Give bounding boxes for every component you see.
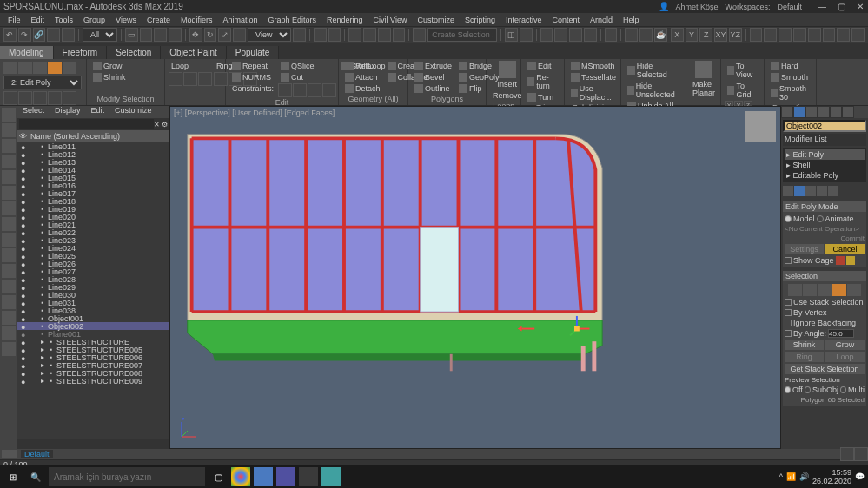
scene-customize[interactable]: Customize [109,106,157,118]
left-tool-11[interactable] [2,264,16,278]
expand-icon[interactable]: ▸ [39,346,46,353]
loop-button[interactable]: Loop [169,61,212,71]
left-tool-6[interactable] [2,186,16,200]
visibility-icon[interactable]: ● [21,245,28,252]
render-setup-button[interactable] [625,28,638,42]
default-layer-label[interactable]: Default [21,450,53,458]
visibility-icon[interactable]: ● [21,175,28,181]
left-tool-13[interactable] [2,295,16,309]
angle-snap-toggle[interactable] [363,28,376,42]
close-button[interactable]: ✕ [856,3,865,11]
user-name[interactable]: Ahmet Köşe [676,3,719,11]
poly-tool-3[interactable] [33,91,47,105]
system-clock[interactable]: 15:59 26.02.2020 [812,468,851,485]
scene-scrollbar[interactable] [17,439,169,449]
turn-button[interactable]: Turn [525,92,560,102]
menu-help[interactable]: Help [619,16,644,24]
make-planar-button[interactable]: Make Planar [690,79,718,98]
left-tool-4[interactable] [2,155,16,168]
menu-customize[interactable]: Customize [413,16,459,24]
task-view-button[interactable]: ▢ [209,467,228,486]
poly-tool-4[interactable] [48,91,62,105]
create-tab[interactable] [781,106,793,118]
menu-create[interactable]: Create [142,16,175,24]
menu-civil-view[interactable]: Civil View [369,16,412,24]
ref-coord-system[interactable]: View [248,28,291,42]
viewport[interactable]: [+] [Perspective] [User Defined] [Edged … [169,106,781,449]
visibility-icon[interactable]: ● [21,221,28,228]
left-tool-5[interactable] [2,170,16,184]
tool-btn-3[interactable] [779,28,792,42]
scene-filter-input[interactable] [19,119,154,129]
tree-row[interactable]: ●▪Line021 [17,221,169,228]
tree-row[interactable]: ●▪Line016 [17,181,169,189]
maximize-button[interactable]: ▢ [837,3,845,11]
constraint-1[interactable] [278,83,292,97]
menu-tools[interactable]: Tools [50,16,77,24]
selection-rollout[interactable]: Selection [783,271,866,281]
preview-multi-radio[interactable] [840,386,846,393]
visibility-icon[interactable]: ● [21,300,28,307]
sel-loop-button[interactable]: Loop [825,352,865,362]
sel-polygon[interactable] [832,284,846,296]
move-button[interactable]: ✥ [189,28,202,42]
tree-row[interactable]: ●▪Line023 [17,236,169,244]
insert-button[interactable]: Insert [495,79,520,89]
left-tool-12[interactable] [2,280,16,293]
menu-arnold[interactable]: Arnold [586,16,617,24]
menu-scripting[interactable]: Scripting [461,16,500,24]
expand-icon[interactable]: ▸ [39,362,46,369]
visibility-icon[interactable]: ● [21,315,28,322]
hierarchy-tab[interactable] [805,106,818,118]
material-editor-button[interactable] [605,28,618,42]
visibility-icon[interactable]: ● [21,292,28,299]
selection-filter[interactable]: All [83,28,117,42]
menu-group[interactable]: Group [79,16,109,24]
spinner-snap-toggle[interactable] [393,28,406,42]
tree-row[interactable]: ●▪Line013 [17,158,169,166]
tree-row[interactable]: ●▪Line028 [17,275,169,283]
constraint-3[interactable] [308,83,321,97]
edit-poly-mode-rollout[interactable]: Edit Poly Mode [783,201,866,212]
visibility-icon[interactable]: ● [21,206,28,213]
tree-row[interactable]: ●▪Line012 [17,150,169,158]
view-cube[interactable] [745,111,776,142]
sel-element[interactable] [847,284,861,296]
shrink-button[interactable]: Shrink [90,72,129,82]
tree-row[interactable]: ●▪Line019 [17,205,169,213]
visibility-icon[interactable]: ● [21,362,28,369]
scene-edit[interactable]: Edit [86,106,110,118]
tool-btn-7[interactable] [837,28,850,42]
filter-options-icon[interactable]: ⚙ [162,121,168,129]
tree-row[interactable]: ●▪Line029 [17,283,169,291]
visibility-icon[interactable]: ● [21,143,28,150]
constraint-4[interactable] [322,83,336,97]
cut-button[interactable]: Cut [278,72,336,82]
sel-edge[interactable] [803,284,817,296]
tool-btn-8[interactable] [851,28,865,42]
start-button[interactable]: ⊞ [3,467,23,486]
get-stack-button[interactable]: Get Stack Selection [785,364,865,374]
tri-edit-button[interactable]: Edit [525,61,560,71]
bind-button[interactable] [62,28,75,42]
visibility-icon[interactable]: ● [21,346,28,353]
keyboard-shortcut-button[interactable] [328,28,341,42]
menu-interactive[interactable]: Interactive [501,16,547,24]
modifier-stack[interactable]: ▸ Edit Poly ▸ Shell ▸ Editable Poly [783,148,866,182]
visibility-icon[interactable]: ● [21,253,28,260]
motion-tab[interactable] [818,106,830,118]
nurms-button[interactable]: NURMS [229,72,276,82]
poly-tool-1[interactable] [3,91,17,105]
loop-tool-2[interactable] [183,72,197,86]
model-radio[interactable] [785,215,792,222]
visibility-icon[interactable]: ● [21,276,28,283]
tool-btn-1[interactable] [750,28,763,42]
workspace-value[interactable]: Default [777,3,802,11]
left-tool-14[interactable] [2,311,16,325]
tree-row[interactable]: ●▪Object001 [17,314,169,322]
time-slider-button[interactable] [2,450,17,458]
tree-row[interactable]: ●▪Line011 [17,142,169,150]
app-icon-1[interactable] [254,467,273,486]
visibility-icon[interactable]: ● [21,260,28,267]
isolate-button[interactable] [840,447,854,461]
